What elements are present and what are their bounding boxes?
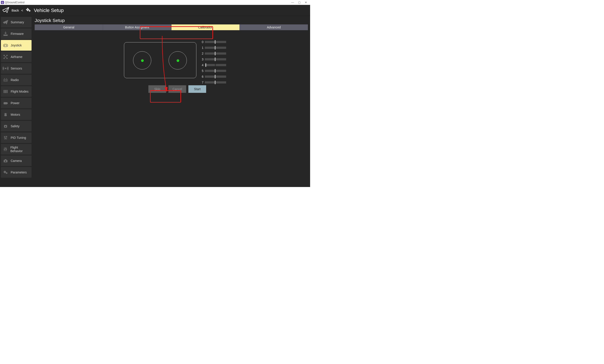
- channel-bar: [205, 81, 226, 84]
- page-title: Joystick Setup: [35, 18, 308, 23]
- channel-bar: [205, 52, 226, 55]
- svg-rect-46: [5, 160, 6, 160]
- svg-point-41: [4, 149, 5, 150]
- sidebar-item-firmware[interactable]: Firmware: [1, 28, 32, 39]
- sidebar-item-joystick[interactable]: Joystick: [1, 40, 32, 51]
- svg-point-42: [5, 148, 6, 149]
- channel-bar: [205, 64, 226, 66]
- cancel-button: Cancel: [168, 85, 186, 93]
- power-icon: [2, 100, 9, 106]
- tab-calibration[interactable]: Calibration: [172, 25, 240, 30]
- channel-number: 5: [201, 69, 203, 73]
- svg-point-19: [4, 80, 5, 81]
- channel-indicator: [215, 52, 215, 55]
- svg-rect-28: [4, 114, 7, 116]
- svg-point-35: [4, 137, 5, 137]
- window-close-button[interactable]: ✕: [302, 0, 309, 4]
- tab-advanced[interactable]: Advanced: [240, 25, 308, 30]
- sidebar-item-flight-behavior[interactable]: Flight Behavior: [1, 144, 32, 155]
- channel-number: 7: [201, 81, 203, 84]
- sidebar-item-label: Parameters: [11, 171, 27, 174]
- sidebar-item-camera[interactable]: Camera: [1, 155, 32, 166]
- sidebar-item-label: Flight Modes: [11, 90, 28, 93]
- app-icon: Q: [1, 1, 4, 4]
- svg-rect-8: [3, 44, 8, 47]
- sliders-icon: [2, 135, 9, 141]
- sidebar-item-label: Firmware: [11, 32, 24, 36]
- channel-bar: [205, 47, 226, 49]
- sidebar-item-label: Airframe: [11, 55, 23, 59]
- sidebar-item-label: Motors: [11, 113, 20, 116]
- svg-point-3: [29, 11, 30, 11]
- sidebar-item-label: Sensors: [11, 67, 22, 70]
- channel-indicator: [215, 69, 215, 73]
- window-minimize-button[interactable]: —: [289, 0, 296, 4]
- page-section-title: Vehicle Setup: [34, 8, 64, 13]
- tab-button-assignment[interactable]: Button Assigment: [103, 25, 172, 30]
- paper-plane-icon: [2, 6, 9, 14]
- window-titlebar: Q QGroundControl — ▢ ✕: [0, 0, 310, 5]
- sidebar-item-sensors[interactable]: Sensors: [1, 63, 32, 74]
- sidebar-item-label: Radio: [11, 78, 19, 82]
- joystick-preview: [124, 42, 196, 78]
- sidebar-item-pid-tuning[interactable]: PID Tuning: [1, 132, 32, 143]
- svg-point-10: [6, 45, 7, 46]
- sidebar-item-airframe[interactable]: Airframe: [1, 51, 32, 62]
- tab-general[interactable]: General: [35, 25, 103, 30]
- sidebar-item-parameters[interactable]: Parameters: [1, 167, 32, 178]
- paper-plane-icon: [2, 19, 9, 25]
- svg-point-43: [6, 149, 7, 150]
- channel-number: 2: [201, 52, 203, 55]
- svg-point-2: [27, 9, 28, 10]
- channel-indicator: [215, 81, 215, 84]
- svg-point-45: [5, 160, 6, 162]
- svg-rect-27: [7, 103, 8, 104]
- motors-icon: [2, 112, 9, 117]
- sidebar: Summary Firmware Joystick Airframe Senso…: [0, 16, 32, 187]
- gears-icon: [2, 169, 9, 175]
- sidebar-item-label: Safety: [11, 124, 20, 128]
- start-button[interactable]: Start: [188, 85, 206, 93]
- channel-bar: [205, 75, 226, 78]
- sidebar-item-safety[interactable]: Safety: [1, 121, 32, 131]
- sliders-icon: [2, 146, 9, 152]
- channel-indicator: [215, 75, 215, 78]
- window-maximize-button[interactable]: ▢: [296, 0, 302, 4]
- sidebar-item-power[interactable]: Power: [1, 98, 32, 108]
- channel-number: 4: [201, 63, 203, 67]
- sidebar-item-flight-modes[interactable]: Flight Modes: [1, 86, 32, 97]
- sidebar-item-label: Flight Behavior: [11, 146, 30, 153]
- channel-number: 0: [201, 40, 203, 44]
- sidebar-item-radio[interactable]: Radio: [1, 75, 32, 85]
- channel-number: 1: [201, 46, 203, 50]
- sidebar-item-label: Joystick: [11, 44, 22, 47]
- main-content: Joystick Setup General Button Assigment …: [32, 16, 310, 187]
- gears-icon: [25, 7, 32, 14]
- svg-point-36: [5, 138, 6, 139]
- right-stick-circle: [169, 51, 187, 70]
- safety-icon: [2, 123, 9, 129]
- back-link[interactable]: Back: [12, 8, 19, 12]
- tab-bar: General Button Assigment Calibration Adv…: [35, 25, 308, 30]
- airframe-icon: [2, 54, 9, 60]
- topbar: Back < Vehicle Setup: [0, 5, 310, 16]
- sidebar-item-summary[interactable]: Summary: [1, 17, 32, 27]
- svg-rect-23: [4, 90, 4, 93]
- channel-bar: [205, 41, 226, 43]
- sidebar-item-motors[interactable]: Motors: [1, 109, 32, 120]
- sensors-icon: [2, 65, 9, 71]
- left-stick-circle: [133, 51, 151, 70]
- channel-indicator: [205, 63, 206, 67]
- channel-number: 3: [201, 58, 203, 61]
- skip-button: Skip: [148, 85, 166, 93]
- gamepad-icon: [2, 42, 9, 48]
- flight-modes-icon: [2, 89, 9, 94]
- chevron-left-icon: <: [21, 8, 23, 12]
- svg-point-49: [4, 172, 5, 172]
- channel-bar: [205, 58, 226, 60]
- window-title: QGroundControl: [5, 1, 25, 4]
- svg-point-50: [6, 173, 7, 173]
- svg-point-17: [5, 68, 6, 69]
- svg-point-9: [4, 45, 5, 46]
- stick-position-dot: [176, 59, 179, 62]
